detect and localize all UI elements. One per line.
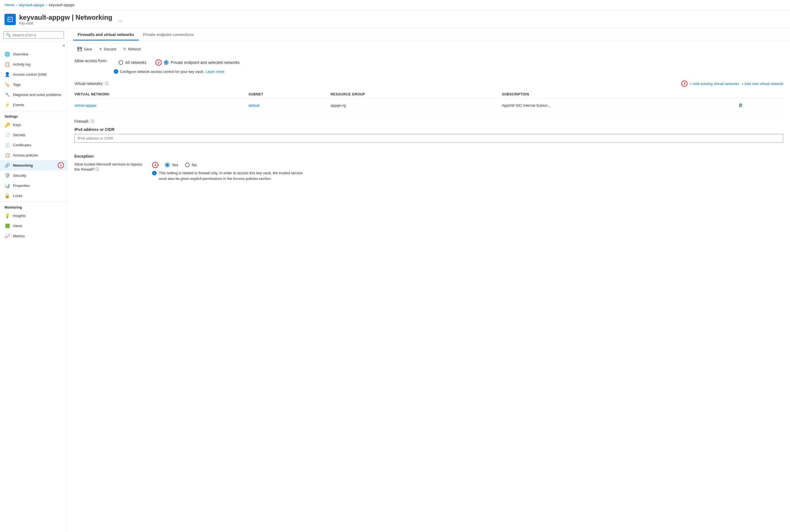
- activity-log-label: Activity log: [13, 62, 31, 66]
- more-button[interactable]: ...: [118, 16, 123, 23]
- virtual-networks-section: Virtual networks: ⓘ 3 + Add existing vir…: [74, 80, 783, 112]
- all-networks-option[interactable]: All networks: [118, 60, 146, 65]
- page-title: keyvault-appgw | Networking: [19, 14, 112, 21]
- collapse-sidebar-button[interactable]: «: [62, 43, 65, 48]
- nav-properties[interactable]: 📊 Properties: [0, 180, 67, 191]
- exception-question: Allow trusted Microsoft services to bypa…: [74, 162, 142, 171]
- firewall-info-icon: ⓘ: [91, 119, 94, 124]
- tab-firewalls[interactable]: Firewalls and virtual networks: [73, 28, 139, 40]
- subscription-cell: AppGW IDC Internal Subscr...: [502, 99, 737, 112]
- page-header-icon: [4, 14, 16, 25]
- refresh-icon: ↻: [123, 47, 126, 51]
- discard-button[interactable]: ✕ Discard: [96, 45, 119, 53]
- refresh-button[interactable]: ↻ Refresh: [120, 45, 144, 53]
- nav-alerts[interactable]: 🟩 Alerts: [0, 221, 67, 231]
- all-networks-radio[interactable]: [118, 60, 123, 65]
- no-option[interactable]: No: [185, 163, 197, 167]
- page-subtitle: Key vault: [19, 21, 112, 25]
- access-control-label: Access control (IAM): [13, 72, 47, 77]
- alerts-label: Alerts: [13, 224, 22, 228]
- tab-private-endpoints[interactable]: Private endpoint connections: [139, 28, 198, 40]
- breadcrumb-sep1: ›: [16, 3, 17, 7]
- page-header: keyvault-appgw | Networking Key vault ..…: [0, 10, 790, 28]
- info-circle-icon: i: [152, 171, 157, 175]
- exception-section: Exception: Allow trusted Microsoft servi…: [74, 154, 783, 181]
- nav-events[interactable]: ⚡ Events: [0, 100, 67, 110]
- no-radio[interactable]: [185, 163, 189, 167]
- nav-certificates[interactable]: 🧾 Certificates: [0, 140, 67, 150]
- yes-radio[interactable]: [165, 163, 169, 167]
- certificates-label: Certificates: [13, 143, 31, 147]
- learn-more-link[interactable]: Learn more: [206, 70, 224, 74]
- discard-icon: ✕: [99, 47, 102, 51]
- nav-overview[interactable]: 🌐 Overview: [0, 49, 67, 59]
- networking-label: Networking: [13, 163, 33, 168]
- resource-group-cell: appgw-rg: [331, 99, 502, 112]
- search-input[interactable]: [13, 33, 61, 37]
- insights-label: Insights: [13, 214, 25, 218]
- vnet-name-link[interactable]: virtnet-appgw: [74, 103, 96, 108]
- nav-insights[interactable]: 💡 Insights: [0, 211, 67, 221]
- add-new-vnet-link[interactable]: + Add new virtual network: [741, 82, 784, 86]
- insights-icon: 💡: [4, 213, 10, 218]
- nav-secrets[interactable]: 📄 Secrets: [0, 130, 67, 140]
- monitoring-section-header: Monitoring: [0, 202, 67, 211]
- tab-bar: Firewalls and virtual networks Private e…: [68, 28, 790, 40]
- properties-icon: 📊: [4, 183, 10, 188]
- nav-keys[interactable]: 🔑 Keys: [0, 120, 67, 130]
- save-button[interactable]: 💾 Save: [74, 45, 95, 53]
- vnet-info-icon: ⓘ: [105, 81, 109, 86]
- nav-security[interactable]: 🛡️ Security: [0, 170, 67, 180]
- yes-option[interactable]: Yes: [165, 163, 178, 167]
- nav-access-policies[interactable]: 📋 Access policies: [0, 150, 67, 160]
- diagnose-label: Diagnose and solve problems: [13, 93, 61, 97]
- locks-icon: 🔒: [4, 193, 10, 198]
- nav-diagnose[interactable]: 🔧 Diagnose and solve problems: [0, 90, 67, 100]
- col-virtual-network: VIRTUAL NETWORK: [74, 90, 249, 99]
- svg-point-1: [9, 19, 10, 20]
- secrets-icon: 📄: [4, 132, 10, 138]
- access-from-section: Allow access from: All networks 2 Privat…: [74, 59, 783, 74]
- ipv4-input[interactable]: [74, 134, 783, 143]
- nav-networking[interactable]: 🔗 Networking 1: [0, 160, 67, 170]
- private-endpoint-option[interactable]: Private endpoint and selected networks: [164, 60, 239, 65]
- step-badge-3: 3: [681, 80, 687, 87]
- private-endpoint-radio[interactable]: [164, 60, 168, 65]
- tags-label: Tags: [13, 82, 21, 87]
- delete-row-button[interactable]: 🗑: [737, 101, 744, 109]
- step-badge-2: 2: [155, 59, 162, 65]
- breadcrumb-sep2: ›: [46, 3, 47, 7]
- subnet-link[interactable]: default: [249, 103, 259, 108]
- virtual-networks-label: Virtual networks: ⓘ: [74, 81, 109, 86]
- toolbar: 💾 Save ✕ Discard ↻ Refresh: [74, 45, 783, 53]
- ipv4-heading: IPv4 address or CIDR: [74, 127, 783, 132]
- keys-icon: 🔑: [4, 122, 10, 128]
- col-subnet: SUBNET: [249, 90, 330, 99]
- save-label: Save: [84, 47, 92, 51]
- col-resource-group: RESOURCE GROUP: [331, 90, 502, 99]
- secrets-label: Secrets: [13, 133, 25, 137]
- nav-access-control[interactable]: 👤 Access control (IAM): [0, 69, 67, 79]
- nav-tags[interactable]: 🏷️ Tags: [0, 79, 67, 90]
- nav-locks[interactable]: 🔒 Locks: [0, 191, 67, 201]
- breadcrumb-home[interactable]: Home: [4, 3, 14, 7]
- no-label: No: [192, 163, 197, 167]
- keys-label: Keys: [13, 123, 21, 127]
- search-input-wrap[interactable]: 🔍: [3, 31, 64, 39]
- overview-icon: 🌐: [4, 51, 10, 57]
- firewall-section: Firewall: ⓘ IPv4 address or CIDR: [74, 119, 783, 148]
- yes-label: Yes: [172, 163, 178, 167]
- metrics-icon: 📈: [4, 233, 10, 239]
- info-icon-access: i: [114, 69, 118, 74]
- properties-label: Properties: [13, 184, 30, 188]
- private-endpoint-label: Private endpoint and selected networks: [171, 60, 239, 65]
- breadcrumb-vault1[interactable]: keyvault-appgw: [19, 3, 44, 7]
- table-row: virtnet-appgw default appgw-rg AppGW IDC…: [74, 99, 783, 112]
- add-existing-vnet-link[interactable]: + Add existing virtual networks: [690, 82, 739, 86]
- activity-log-icon: 📋: [4, 61, 10, 67]
- nav-metrics[interactable]: 📈 Metrics: [0, 231, 67, 241]
- access-info-text: Configure network access control for you…: [120, 70, 204, 74]
- breadcrumb: Home › keyvault-appgw › keyvault-appgw: [0, 0, 790, 10]
- nav-activity-log[interactable]: 📋 Activity log: [0, 59, 67, 69]
- events-label: Events: [13, 103, 24, 107]
